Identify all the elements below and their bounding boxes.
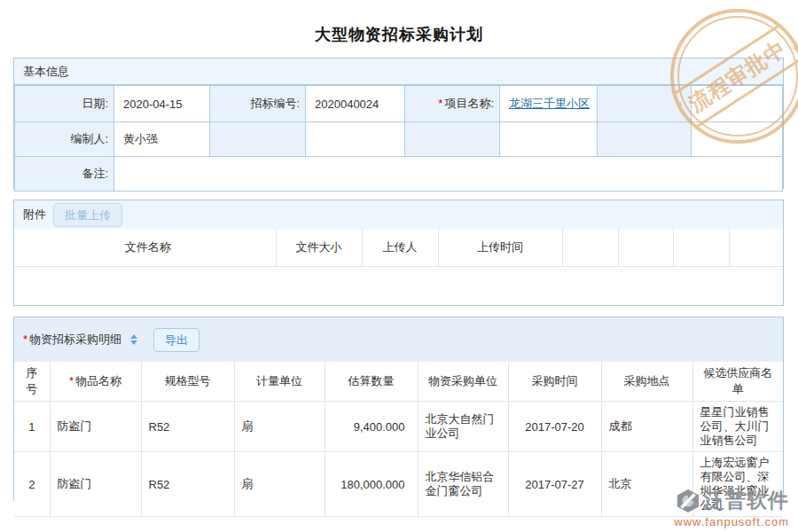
bid-no-label: 招标编号: bbox=[210, 86, 306, 122]
remark-value bbox=[114, 157, 783, 192]
bid-no-value: 2020040024 bbox=[306, 86, 405, 122]
cell-item-name: 防盗门 bbox=[50, 402, 141, 452]
col-purchase-time: 采购时间 bbox=[508, 362, 601, 402]
attachments-header-row: 文件名称 文件大小 上传人 上传时间 bbox=[14, 229, 783, 266]
preparer-value: 黄小强 bbox=[114, 122, 210, 157]
col-seq: 序号 bbox=[14, 362, 50, 402]
fanpu-logo-icon bbox=[676, 489, 700, 513]
project-name-label: *项目名称: bbox=[405, 86, 500, 122]
col-empty bbox=[673, 229, 729, 266]
cell-est-qty: 180,000.000 bbox=[325, 452, 418, 517]
empty-label-cell bbox=[405, 122, 500, 157]
batch-upload-button[interactable]: 批量上传 bbox=[53, 203, 122, 227]
details-panel: *物资招标采购明细 导出 序号 *物品名称 规格型号 计量单位 bbox=[13, 317, 784, 501]
cell-purchase-unit: 北京大自然门业公司 bbox=[418, 402, 508, 452]
basic-info-title: 基本信息 bbox=[23, 64, 69, 80]
brand-name: 泛普软件 bbox=[704, 487, 789, 514]
cell-est-qty: 9,400.000 bbox=[325, 402, 418, 452]
col-spec-model: 规格型号 bbox=[141, 362, 234, 402]
fanpu-brand: 泛普软件 www.fanpusoft.com bbox=[674, 487, 789, 528]
project-name-link[interactable]: 龙湖三千里小区 bbox=[509, 97, 590, 110]
empty-value-cell bbox=[306, 122, 405, 157]
details-header-bar: *物资招标采购明细 导出 bbox=[14, 317, 783, 362]
attachments-title: 附件 bbox=[23, 207, 46, 223]
required-asterisk: * bbox=[438, 97, 442, 110]
basic-info-header-bar: 基本信息 bbox=[14, 59, 783, 85]
empty-value-cell bbox=[692, 122, 783, 157]
col-empty bbox=[729, 229, 783, 266]
empty-label-cell bbox=[598, 86, 692, 122]
date-value: 2020-04-15 bbox=[114, 86, 210, 122]
brand-url: www.fanpusoft.com bbox=[674, 515, 789, 528]
sort-spinner-icon[interactable] bbox=[130, 334, 137, 345]
col-upload-time: 上传时间 bbox=[438, 229, 562, 266]
cell-spec-model: R52 bbox=[141, 402, 234, 452]
cell-seq: 1 bbox=[14, 402, 50, 452]
attachments-empty-body bbox=[14, 267, 783, 305]
basic-info-table: 日期: 2020-04-15 招标编号: 2020040024 *项目名称: 龙… bbox=[14, 85, 783, 192]
col-empty bbox=[618, 229, 673, 266]
cell-purchase-time: 2017-07-20 bbox=[508, 402, 601, 452]
cell-spec-model: R52 bbox=[141, 452, 234, 517]
basic-info-panel: 基本信息 日期: 2020-04-15 招标编号: 2020040024 *项目… bbox=[13, 58, 784, 189]
cell-unit: 扇 bbox=[234, 452, 325, 517]
attachments-header-bar: 附件 批量上传 bbox=[14, 200, 783, 229]
page-title: 大型物资招标采购计划 bbox=[0, 0, 798, 45]
attachments-panel: 附件 批量上传 文件名称 文件大小 上传人 上传时间 bbox=[13, 200, 784, 306]
cell-item-name: 防盗门 bbox=[50, 452, 141, 517]
details-header-row: 序号 *物品名称 规格型号 计量单位 估算数量 物资采购单位 采购时间 采购地点… bbox=[14, 362, 783, 402]
page-root: 大型物资招标采购计划 ★★★ 流程审批中 ★★★ 基本信息 日期: 2020-0… bbox=[0, 0, 798, 45]
required-asterisk: * bbox=[69, 374, 74, 387]
cell-seq: 2 bbox=[14, 452, 50, 517]
details-table: 序号 *物品名称 规格型号 计量单位 估算数量 物资采购单位 采购时间 采购地点… bbox=[14, 362, 783, 517]
col-candidate-suppliers: 候选供应商名单 bbox=[692, 362, 783, 402]
empty-label-cell bbox=[210, 122, 306, 157]
preparer-label: 编制人: bbox=[15, 122, 114, 157]
remark-label: 备注: bbox=[15, 157, 114, 192]
required-asterisk: * bbox=[23, 332, 27, 346]
col-purchase-unit: 物资采购单位 bbox=[418, 362, 508, 402]
cell-purchase-place: 成都 bbox=[601, 402, 692, 452]
details-row: 2 防盗门 R52 扇 180,000.000 北京华信铝合金门窗公司 2017… bbox=[14, 452, 783, 517]
col-est-qty: 估算数量 bbox=[325, 362, 418, 402]
col-file-size: 文件大小 bbox=[276, 229, 362, 266]
col-uploader: 上传人 bbox=[362, 229, 438, 266]
empty-label-cell bbox=[598, 122, 692, 157]
empty-value-cell bbox=[692, 86, 783, 122]
export-button[interactable]: 导出 bbox=[153, 328, 200, 352]
cell-unit: 扇 bbox=[234, 402, 325, 452]
col-file-name: 文件名称 bbox=[14, 229, 276, 266]
empty-value-cell bbox=[500, 122, 598, 157]
cell-purchase-time: 2017-07-27 bbox=[508, 452, 601, 517]
col-empty bbox=[562, 229, 618, 266]
project-name-cell: 龙湖三千里小区 bbox=[500, 86, 598, 122]
details-row: 1 防盗门 R52 扇 9,400.000 北京大自然门业公司 2017-07-… bbox=[14, 402, 783, 452]
col-purchase-place: 采购地点 bbox=[601, 362, 692, 402]
cell-candidate-suppliers: 星星门业销售公司、大川门业销售公司 bbox=[692, 402, 783, 452]
col-item-name: *物品名称 bbox=[50, 362, 141, 402]
col-unit: 计量单位 bbox=[234, 362, 325, 402]
details-title: *物资招标采购明细 bbox=[23, 332, 121, 348]
attachments-table: 文件名称 文件大小 上传人 上传时间 bbox=[14, 229, 783, 267]
date-label: 日期: bbox=[15, 86, 114, 122]
cell-purchase-unit: 北京华信铝合金门窗公司 bbox=[418, 452, 508, 517]
